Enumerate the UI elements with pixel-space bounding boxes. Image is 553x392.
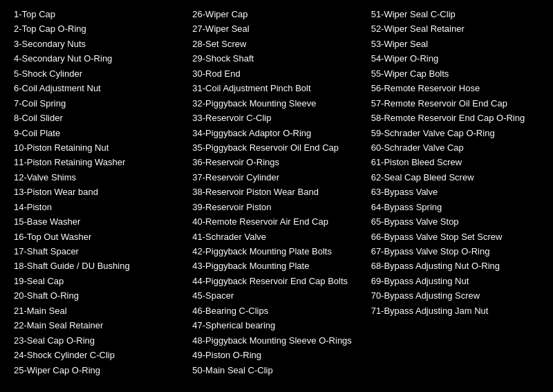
list-item: 20-Shaft O-Ring: [14, 288, 185, 303]
list-item: 53-Wiper Seal: [371, 37, 543, 51]
list-item: 31-Coil Adjustment Pinch Bolt: [192, 81, 364, 95]
list-item: 34-Piggyback Adaptor O-Ring: [192, 126, 364, 140]
column-2: 26-Wiper Cap27-Wiper Seal28-Set Screw29-…: [189, 7, 367, 385]
list-item: 69-Bypass Adjusting Nut: [371, 274, 543, 288]
list-item: 52-Wiper Seal Retainer: [371, 21, 543, 36]
list-item: 64-Bypass Spring: [371, 200, 543, 214]
list-item: 57-Remote Reservoir Oil End Cap: [371, 96, 543, 111]
list-item: 63-Bypass Valve: [371, 185, 543, 199]
list-item: 35-Piggyback Reservoir Oil End Cap: [192, 140, 364, 155]
list-item: 10-Piston Retaining Nut: [14, 140, 185, 155]
list-item: 42-Piggyback Mounting Plate Bolts: [192, 244, 364, 259]
list-item: 3-Secondary Nuts: [14, 37, 185, 51]
list-item: 1-Top Cap: [14, 7, 185, 21]
list-item: 19-Seal Cap: [14, 274, 185, 288]
list-item: 27-Wiper Seal: [192, 21, 364, 36]
list-item: 18-Shaft Guide / DU Bushing: [14, 259, 185, 273]
list-item: 59-Schrader Valve Cap O-Ring: [371, 126, 543, 140]
list-item: 14-Piston: [14, 200, 185, 214]
list-item: 22-Main Seal Retainer: [14, 318, 185, 333]
list-item: 36-Reservoir O-Rings: [192, 155, 364, 169]
list-item: 7-Coil Spring: [14, 96, 185, 111]
list-item: 21-Main Seal: [14, 304, 185, 318]
list-item: 24-Shock Cylinder C-Clip: [14, 348, 185, 362]
list-item: 62-Seal Cap Bleed Screw: [371, 170, 543, 185]
list-item: 58-Remote Reservoir End Cap O-Ring: [371, 111, 543, 125]
list-item: 32-Piggyback Mounting Sleeve: [192, 96, 364, 111]
list-item: 11-Piston Retaining Washer: [14, 155, 185, 169]
list-item: 66-Bypass Valve Stop Set Screw: [371, 230, 543, 244]
list-item: 71-Bypass Adjusting Jam Nut: [371, 304, 543, 318]
list-item: 33-Reservoir C-Clip: [192, 111, 364, 125]
list-item: 46-Bearing C-Clips: [192, 304, 364, 318]
list-item: 13-Piston Wear band: [14, 185, 185, 199]
list-item: 15-Base Washer: [14, 214, 185, 229]
list-item: 49-Piston O-Ring: [192, 348, 364, 362]
list-item: 2-Top Cap O-Ring: [14, 21, 185, 36]
list-item: 23-Seal Cap O-Ring: [14, 333, 185, 348]
list-item: 28-Set Screw: [192, 37, 364, 51]
list-item: 44-Piggyback Reservoir End Cap Bolts: [192, 274, 364, 288]
list-item: 39-Reservoir Piston: [192, 200, 364, 214]
list-item: 40-Remote Reservoir Air End Cap: [192, 214, 364, 229]
list-item: 45-Spacer: [192, 288, 364, 303]
list-item: 29-Shock Shaft: [192, 51, 364, 66]
list-item: 6-Coil Adjustment Nut: [14, 81, 185, 95]
list-item: 4-Secondary Nut O-Ring: [14, 51, 185, 66]
list-item: 61-Piston Bleed Screw: [371, 155, 543, 169]
list-item: 67-Bypass Valve Stop O-Ring: [371, 244, 543, 259]
list-item: 37-Reservoir Cylinder: [192, 170, 364, 185]
list-item: 43-Piggyback Mounting Plate: [192, 259, 364, 273]
list-item: 56-Remote Reservoir Hose: [371, 81, 543, 95]
list-item: 68-Bypass Adjusting Nut O-Ring: [371, 259, 543, 273]
list-item: 51-Wiper Seal C-Clip: [371, 7, 543, 21]
list-item: 47-Spherical bearing: [192, 318, 364, 333]
list-item: 55-Wiper Cap Bolts: [371, 66, 543, 81]
list-item: 5-Shock Cylinder: [14, 66, 185, 81]
list-item: 41-Schrader Valve: [192, 230, 364, 244]
list-item: 8-Coil Slider: [14, 111, 185, 125]
list-item: 70-Bypass Adjusting Screw: [371, 288, 543, 303]
list-item: 25-Wiper Cap O-Ring: [14, 363, 185, 377]
list-item: 30-Rod End: [192, 66, 364, 81]
list-item: 38-Reservoir Piston Wear Band: [192, 185, 364, 199]
column-3: 51-Wiper Seal C-Clip52-Wiper Seal Retain…: [368, 7, 546, 385]
list-item: 50-Main Seal C-Clip: [192, 363, 364, 377]
list-item: 54-Wiper O-Ring: [371, 51, 543, 66]
list-item: 9-Coil Plate: [14, 126, 185, 140]
parts-list-container: 1-Top Cap2-Top Cap O-Ring3-Secondary Nut…: [0, 0, 553, 392]
list-item: 17-Shaft Spacer: [14, 244, 185, 259]
list-item: 60-Schrader Valve Cap: [371, 140, 543, 155]
column-1: 1-Top Cap2-Top Cap O-Ring3-Secondary Nut…: [7, 7, 189, 385]
list-item: 65-Bypass Valve Stop: [371, 214, 543, 229]
list-item: 48-Piggyback Mounting Sleeve O-Rings: [192, 333, 364, 348]
list-item: 12-Valve Shims: [14, 170, 185, 185]
list-item: 26-Wiper Cap: [192, 7, 364, 21]
list-item: 16-Top Out Washer: [14, 230, 185, 244]
